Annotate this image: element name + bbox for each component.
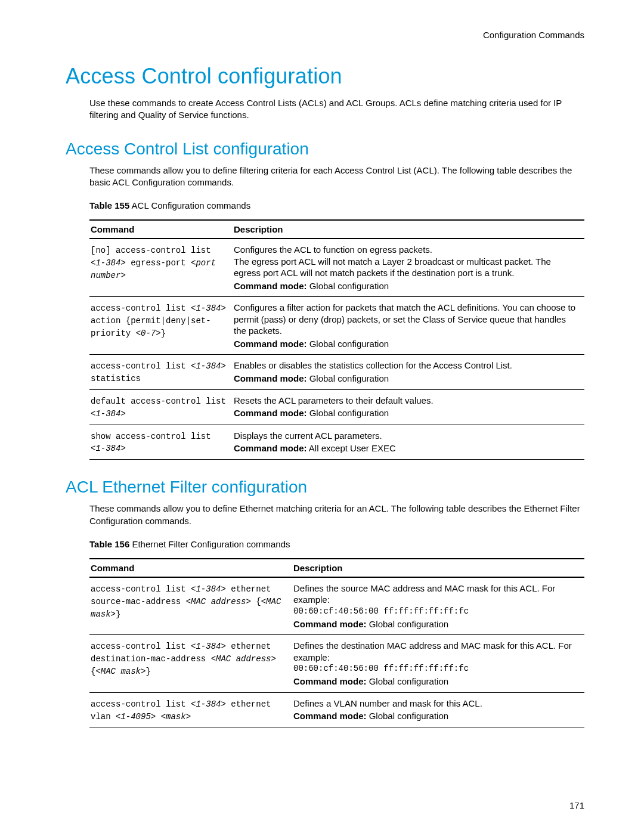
command-mode-label: Command mode: (234, 373, 307, 383)
document-page: Configuration Commands Access Control co… (0, 0, 644, 833)
table-row: access-control list <1-384> ethernet sou… (89, 577, 584, 635)
description-cell: Configures the ACL to function on egress… (233, 239, 584, 297)
table156-col-command: Command (89, 559, 292, 577)
command-mode-label: Command mode: (293, 676, 367, 686)
command-mode-value: Global configuration (307, 373, 389, 383)
command-cell: access-control list <1-384> ethernet vla… (89, 692, 292, 727)
section2-intro: These commands allow you to define Ether… (89, 503, 584, 527)
command-cell: [no] access-control list <1-384> egress-… (89, 239, 233, 297)
command-mode-label: Command mode: (234, 339, 307, 349)
intro-paragraph: Use these commands to create Access Cont… (89, 97, 584, 122)
description-text: Configures a filter action for packets t… (234, 302, 575, 336)
table155-col-description: Description (233, 220, 584, 239)
table-row: show access-control list <1-384>Displays… (89, 425, 584, 460)
description-cell: Defines the destination MAC address and … (292, 635, 584, 692)
command-mode-label: Command mode: (234, 408, 307, 418)
table155: Command Description [no] access-control … (89, 219, 584, 460)
table156: Command Description access-control list … (89, 558, 584, 728)
command-cell: show access-control list <1-384> (89, 425, 233, 460)
command-mode-value: Global configuration (307, 281, 389, 291)
section-heading-acl-ethernet: ACL Ethernet Filter configuration (66, 478, 584, 497)
section1-intro: These commands allow you to define filte… (89, 165, 584, 189)
table-row: access-control list <1-384> ethernet des… (89, 635, 584, 692)
command-mode: Command mode: Global configuration (234, 407, 580, 419)
command-cell: default access-control list <1-384> (89, 389, 233, 425)
table-row: access-control list <1-384> statisticsEn… (89, 355, 584, 390)
command-mode-value: Global configuration (367, 676, 449, 686)
command-mode: Command mode: Global configuration (234, 373, 580, 385)
command-cell: access-control list <1-384> ethernet sou… (89, 577, 292, 635)
description-text: Configures the ACL to function on egress… (234, 244, 432, 255)
command-cell: access-control list <1-384> action {perm… (89, 297, 233, 355)
section-heading-acl-list: Access Control List configuration (66, 140, 584, 159)
table156-title: Ethernet Filter Configuration commands (129, 539, 290, 549)
page-header-right: Configuration Commands (66, 30, 584, 40)
table156-col-description: Description (292, 559, 584, 577)
description-cell: Resets the ACL parameters to their defau… (233, 389, 584, 425)
table156-label: Table 156 (89, 539, 129, 549)
description-cell: Defines the source MAC address and MAC m… (292, 577, 584, 635)
page-title: Access Control configuration (66, 64, 584, 89)
table155-col-command: Command (89, 220, 233, 239)
command-mode: Command mode: All except User EXEC (234, 442, 580, 454)
command-mode-label: Command mode: (293, 711, 367, 721)
command-mode-label: Command mode: (234, 443, 307, 453)
table155-label: Table 155 (89, 200, 129, 210)
table-row: access-control list <1-384> action {perm… (89, 297, 584, 355)
command-mode-value: Global configuration (367, 619, 449, 629)
table156-caption: Table 156 Ethernet Filter Configuration … (89, 539, 584, 549)
description-text: Defines the destination MAC address and … (293, 640, 572, 662)
description-cell: Configures a filter action for packets t… (233, 297, 584, 355)
command-mode: Command mode: Global configuration (293, 710, 580, 722)
table155-caption: Table 155 ACL Configuration commands (89, 200, 584, 210)
command-mode-label: Command mode: (293, 619, 367, 629)
description-text: The egress port ACL will not match a Lay… (234, 256, 580, 279)
description-cell: Enables or disables the statistics colle… (233, 355, 584, 390)
command-mode-value: Global configuration (307, 339, 389, 349)
description-text: Displays the current ACL parameters. (234, 431, 382, 441)
description-text: Defines the source MAC address and MAC m… (293, 583, 555, 605)
table-row: default access-control list <1-384>Reset… (89, 389, 584, 425)
table155-title: ACL Configuration commands (129, 200, 250, 210)
command-cell: access-control list <1-384> statistics (89, 355, 233, 390)
command-mode: Command mode: Global configuration (293, 618, 580, 630)
command-mode: Command mode: Global configuration (293, 676, 580, 688)
example-text: 00:60:cf:40:56:00 ff:ff:ff:ff:ff:fc (293, 663, 580, 674)
command-mode-label: Command mode: (234, 281, 307, 291)
table-row: access-control list <1-384> ethernet vla… (89, 692, 584, 727)
command-mode-value: All except User EXEC (307, 443, 396, 453)
table-row: [no] access-control list <1-384> egress-… (89, 239, 584, 297)
description-text: Enables or disables the statistics colle… (234, 360, 512, 370)
page-number: 171 (569, 800, 584, 810)
command-mode: Command mode: Global configuration (234, 280, 580, 292)
command-mode-value: Global configuration (367, 711, 449, 721)
command-mode: Command mode: Global configuration (234, 338, 580, 350)
description-text: Resets the ACL parameters to their defau… (234, 395, 434, 405)
command-cell: access-control list <1-384> ethernet des… (89, 635, 292, 692)
example-text: 00:60:cf:40:56:00 ff:ff:ff:ff:ff:fc (293, 606, 580, 617)
description-cell: Defines a VLAN number and mask for this … (292, 692, 584, 727)
description-text: Defines a VLAN number and mask for this … (293, 698, 482, 708)
command-mode-value: Global configuration (307, 408, 389, 418)
description-cell: Displays the current ACL parameters.Comm… (233, 425, 584, 460)
